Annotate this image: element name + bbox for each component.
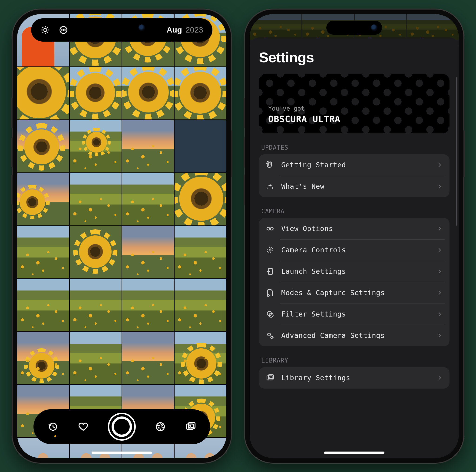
photo-thumb[interactable] xyxy=(174,332,226,384)
row-modes-capture[interactable]: Modes & Capture Settings xyxy=(259,282,449,303)
promo-title: OBSCURA ULTRA xyxy=(268,114,440,124)
chevron-right-icon xyxy=(437,268,443,275)
section-header-camera: CAMERA xyxy=(261,208,447,215)
row-getting-started[interactable]: Getting Started xyxy=(259,154,449,176)
chevron-right-icon xyxy=(437,289,443,296)
home-indicator[interactable] xyxy=(324,452,384,454)
launch-icon xyxy=(265,267,275,276)
row-advanced-camera[interactable]: Advanced Camera Settings xyxy=(259,325,449,346)
chevron-right-icon xyxy=(437,183,443,190)
glasses-icon xyxy=(265,224,275,233)
photo-thumb[interactable] xyxy=(122,279,174,331)
row-whats-new[interactable]: What's New xyxy=(259,176,449,197)
row-filter-settings[interactable]: Filter Settings xyxy=(259,303,449,325)
home-indicator[interactable] xyxy=(92,452,152,454)
recents-icon[interactable] xyxy=(47,421,59,432)
photo-thumb[interactable] xyxy=(17,173,69,225)
screen-settings: Settings You've got OBSCURA ULTRA UPDATE… xyxy=(250,14,459,458)
library-date-month: Aug xyxy=(167,25,182,34)
section-header-updates: UPDATES xyxy=(261,144,447,151)
photo-thumb[interactable] xyxy=(122,120,174,172)
row-label: Getting Started xyxy=(281,161,430,169)
tab-active-dot xyxy=(54,435,56,437)
settings-gear-icon[interactable] xyxy=(40,25,50,35)
row-label: What's New xyxy=(281,182,430,190)
photo-thumb[interactable] xyxy=(174,279,226,331)
chevron-right-icon xyxy=(437,247,443,253)
chevron-right-icon xyxy=(437,225,443,232)
row-label: Advanced Camera Settings xyxy=(281,331,430,339)
photo-thumb[interactable] xyxy=(70,120,121,172)
photo-thumb[interactable] xyxy=(122,67,174,119)
filter-rings-icon xyxy=(265,310,275,319)
photo-grid[interactable] xyxy=(17,14,226,458)
row-label: Modes & Capture Settings xyxy=(281,289,430,297)
chevron-right-icon xyxy=(437,162,443,168)
sparkles-icon xyxy=(265,182,275,191)
settings-sheet[interactable]: Settings You've got OBSCURA ULTRA UPDATE… xyxy=(250,37,459,458)
photo-thumb[interactable] xyxy=(174,226,226,278)
photo-thumb[interactable] xyxy=(70,226,121,278)
library-date-year: 2023 xyxy=(186,25,203,34)
photo-thumb[interactable] xyxy=(70,173,121,225)
row-view-options[interactable]: View Options xyxy=(259,218,449,239)
scroll-indicator[interactable] xyxy=(456,77,458,226)
favorites-heart-icon[interactable] xyxy=(78,421,89,432)
gallery-icon xyxy=(265,373,275,383)
section-camera: View Options Camera Controls Launch Sett… xyxy=(259,218,449,346)
row-label: Camera Controls xyxy=(281,246,430,254)
shutter-button[interactable] xyxy=(108,413,136,441)
row-label: Launch Settings xyxy=(281,267,430,275)
chevron-right-icon xyxy=(437,332,443,339)
photo-thumb[interactable] xyxy=(174,120,226,172)
more-ellipsis-icon[interactable] xyxy=(59,25,68,35)
photo-thumb[interactable] xyxy=(17,332,69,384)
row-label: Filter Settings xyxy=(281,310,430,318)
dial-icon xyxy=(265,245,275,255)
library-bottom-bar xyxy=(34,409,210,444)
photo-thumb[interactable] xyxy=(174,173,226,225)
section-library: Library Settings xyxy=(259,367,449,388)
settings-view: Settings You've got OBSCURA ULTRA UPDATE… xyxy=(250,14,459,458)
photo-thumb[interactable] xyxy=(122,226,174,278)
gears-icon xyxy=(265,331,275,340)
screen-library: Aug 2023 xyxy=(17,14,226,458)
library-view: Aug 2023 xyxy=(17,14,226,458)
photo-thumb[interactable] xyxy=(174,67,226,119)
dynamic-island xyxy=(94,21,150,35)
photo-thumb[interactable] xyxy=(122,173,174,225)
gallery-icon[interactable] xyxy=(185,421,196,432)
photo-thumb[interactable] xyxy=(70,67,121,119)
photo-thumb[interactable] xyxy=(17,226,69,278)
aperture-icon[interactable] xyxy=(155,421,166,432)
wave-hand-icon xyxy=(265,160,275,170)
library-date[interactable]: Aug 2023 xyxy=(167,25,203,34)
row-library-settings[interactable]: Library Settings xyxy=(259,367,449,388)
photo-thumb[interactable] xyxy=(70,332,121,384)
row-label: View Options xyxy=(281,224,430,233)
phone-settings: Settings You've got OBSCURA ULTRA UPDATE… xyxy=(245,10,463,463)
phone-library: Aug 2023 xyxy=(13,10,231,463)
section-updates: Getting Started What's New xyxy=(259,154,449,197)
promo-card[interactable]: You've got OBSCURA ULTRA xyxy=(259,74,449,133)
row-camera-controls[interactable]: Camera Controls xyxy=(259,239,449,261)
section-header-library: LIBRARY xyxy=(261,357,447,364)
photo-thumb[interactable] xyxy=(70,279,121,331)
promo-subtitle: You've got xyxy=(268,105,440,112)
photo-thumb[interactable] xyxy=(122,332,174,384)
photo-thumb[interactable] xyxy=(17,120,69,172)
chevron-right-icon xyxy=(437,375,443,381)
photo-thumb[interactable] xyxy=(17,279,69,331)
row-label: Library Settings xyxy=(281,374,430,382)
photo-thumb[interactable] xyxy=(17,67,69,119)
dynamic-island xyxy=(326,21,382,35)
row-launch-settings[interactable]: Launch Settings xyxy=(259,261,449,282)
chevron-right-icon xyxy=(437,311,443,318)
settings-title: Settings xyxy=(259,49,449,66)
file-gear-icon xyxy=(265,288,275,298)
